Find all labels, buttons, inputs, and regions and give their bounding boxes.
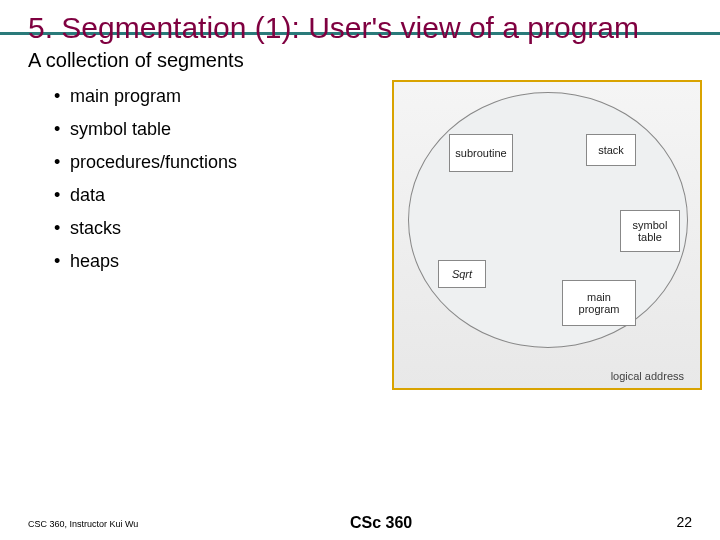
- list-item: data: [54, 179, 237, 212]
- segment-box-stack: stack: [586, 134, 636, 166]
- diagram-caption: logical address: [611, 370, 684, 382]
- slide-title: 5. Segmentation (1): User's view of a pr…: [28, 10, 692, 46]
- list-item: symbol table: [54, 113, 237, 146]
- diagram-container: subroutine stack symbol table Sqrt main …: [392, 80, 702, 390]
- logical-address-diagram: subroutine stack symbol table Sqrt main …: [392, 80, 702, 390]
- segment-box-main-program: main program: [562, 280, 636, 326]
- footer-course-code: CSc 360: [350, 514, 412, 532]
- bullet-list: main program symbol table procedures/fun…: [28, 80, 237, 278]
- footer-page-number: 22: [676, 514, 692, 530]
- subheading: A collection of segments: [28, 49, 692, 72]
- list-item: main program: [54, 80, 237, 113]
- segment-box-sqrt: Sqrt: [438, 260, 486, 288]
- slide-footer: CSC 360, Instructor Kui Wu CSc 360 22: [28, 514, 692, 530]
- list-item: stacks: [54, 212, 237, 245]
- list-item: procedures/functions: [54, 146, 237, 179]
- content-row: main program symbol table procedures/fun…: [28, 80, 692, 390]
- segment-box-symbol-table: symbol table: [620, 210, 680, 252]
- footer-course-instructor: CSC 360, Instructor Kui Wu: [28, 519, 138, 529]
- slide: 5. Segmentation (1): User's view of a pr…: [0, 0, 720, 540]
- list-item: heaps: [54, 245, 237, 278]
- segment-box-subroutine: subroutine: [449, 134, 513, 172]
